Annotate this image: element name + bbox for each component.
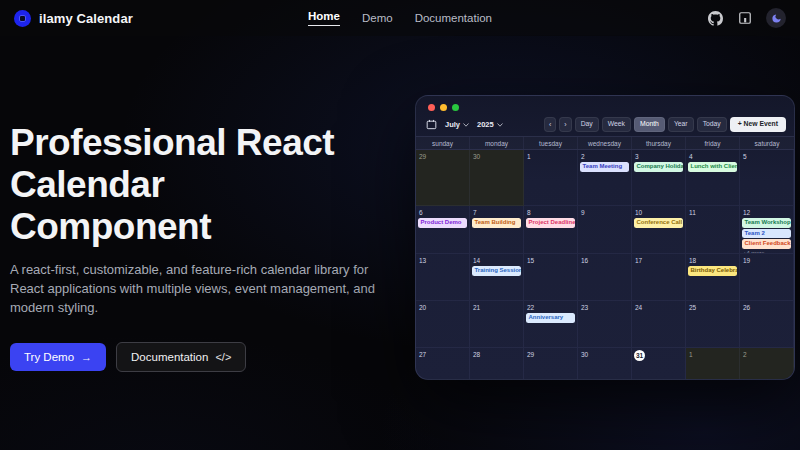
day-number: 27 bbox=[416, 348, 469, 359]
nav-link-demo[interactable]: Demo bbox=[362, 12, 393, 24]
calendar-event[interactable]: Conference Call bbox=[634, 218, 683, 228]
calendar-event[interactable]: Team Building bbox=[472, 218, 521, 228]
calendar-day-cell[interactable]: 27 bbox=[416, 348, 470, 380]
next-button[interactable]: › bbox=[559, 117, 571, 132]
landing-page: ilamy Calendar Home Demo Documentation P… bbox=[0, 0, 800, 450]
weekday-label: wednesday bbox=[578, 137, 632, 149]
close-window-icon[interactable] bbox=[428, 104, 435, 111]
today-button[interactable]: Today bbox=[697, 117, 727, 132]
calendar-day-cell[interactable]: 29 bbox=[524, 348, 578, 380]
calendar-day-cell[interactable]: 2Team Meeting bbox=[578, 150, 632, 206]
calendar-day-cell[interactable]: 30 bbox=[578, 348, 632, 380]
calendar-event[interactable]: Product Demo bbox=[418, 218, 467, 228]
calendar-event[interactable]: Project Deadline bbox=[526, 218, 575, 228]
calendar-day-cell[interactable]: 20 bbox=[416, 301, 470, 348]
calendar-day-cell[interactable]: 8Project Deadline bbox=[524, 206, 578, 254]
day-number: 3 bbox=[632, 150, 685, 161]
calendar-day-cell[interactable]: 1 bbox=[524, 150, 578, 206]
github-icon[interactable] bbox=[706, 9, 724, 27]
maximize-window-icon[interactable] bbox=[452, 104, 459, 111]
calendar-event[interactable]: Company Holiday bbox=[634, 162, 683, 172]
calendar-day-cell[interactable]: 15 bbox=[524, 254, 578, 301]
calendar-day-cell[interactable]: 9 bbox=[578, 206, 632, 254]
view-week-button[interactable]: Week bbox=[602, 117, 631, 132]
calendar-day-cell[interactable]: 1 bbox=[686, 348, 740, 380]
calendar-day-cell[interactable]: 25 bbox=[686, 301, 740, 348]
calendar-day-cell[interactable]: 6Product Demo bbox=[416, 206, 470, 254]
calendar-day-cell[interactable]: 29 bbox=[416, 150, 470, 206]
weekday-label: thursday bbox=[632, 137, 686, 149]
calendar-event[interactable]: Anniversary bbox=[526, 313, 575, 323]
weekday-label: friday bbox=[686, 137, 740, 149]
calendar-day-cell[interactable]: 21 bbox=[470, 301, 524, 348]
hero-subtitle: A react-first, customizable, and feature… bbox=[10, 261, 378, 318]
day-number: 15 bbox=[524, 254, 577, 265]
calendar-day-cell[interactable]: 11 bbox=[686, 206, 740, 254]
calendar-day-cell[interactable]: 7Team Building bbox=[470, 206, 524, 254]
day-number: 1 bbox=[686, 348, 739, 359]
month-select[interactable]: July bbox=[445, 120, 469, 129]
year-select[interactable]: 2025 bbox=[477, 120, 503, 129]
brand-name: ilamy Calendar bbox=[39, 11, 133, 26]
weekday-header: sunday monday tuesday wednesday thursday… bbox=[416, 136, 794, 150]
day-number: 9 bbox=[578, 206, 631, 217]
calendar-day-cell[interactable]: 2 bbox=[740, 348, 794, 380]
window-controls bbox=[416, 96, 794, 113]
brand[interactable]: ilamy Calendar bbox=[14, 10, 308, 27]
view-year-button[interactable]: Year bbox=[668, 117, 694, 132]
day-number: 25 bbox=[686, 301, 739, 312]
weekday-label: sunday bbox=[416, 137, 470, 149]
moon-icon bbox=[771, 13, 782, 24]
calendar-day-cell[interactable]: 17 bbox=[632, 254, 686, 301]
calendar-event[interactable]: Client Feedback Session bbox=[742, 239, 791, 249]
nav-link-documentation[interactable]: Documentation bbox=[415, 12, 492, 24]
try-demo-button[interactable]: Try Demo → bbox=[10, 343, 106, 371]
chevron-down-icon bbox=[463, 123, 469, 127]
calendar-event[interactable]: Team Meeting bbox=[580, 162, 629, 172]
calendar-day-cell[interactable]: 10Conference Call bbox=[632, 206, 686, 254]
day-number: 22 bbox=[524, 301, 577, 312]
new-event-button[interactable]: + New Event bbox=[730, 117, 786, 133]
calendar-grid: 293012Team Meeting3Company Holiday4Lunch… bbox=[416, 150, 794, 380]
npm-icon[interactable] bbox=[736, 9, 754, 27]
arrow-right-icon: → bbox=[81, 351, 92, 363]
minimize-window-icon[interactable] bbox=[440, 104, 447, 111]
view-day-button[interactable]: Day bbox=[575, 117, 599, 132]
day-number: 29 bbox=[524, 348, 577, 359]
view-month-button[interactable]: Month bbox=[634, 117, 665, 132]
calendar-day-cell[interactable]: 12Team WorkshopTeam 2Client Feedback Ses… bbox=[740, 206, 794, 254]
calendar-day-cell[interactable]: 3Company Holiday bbox=[632, 150, 686, 206]
day-number: 20 bbox=[416, 301, 469, 312]
prev-button[interactable]: ‹ bbox=[544, 117, 556, 132]
calendar-event[interactable]: Training Session bbox=[472, 266, 521, 276]
calendar-day-cell[interactable]: 22Anniversary bbox=[524, 301, 578, 348]
calendar-day-cell[interactable]: 23 bbox=[578, 301, 632, 348]
calendar-event[interactable]: Team 2 bbox=[742, 229, 791, 239]
calendar-day-cell[interactable]: 24 bbox=[632, 301, 686, 348]
calendar-icon bbox=[426, 119, 437, 130]
calendar-day-cell[interactable]: 31 bbox=[632, 348, 686, 380]
hero-section: Professional React Calendar Component A … bbox=[10, 122, 405, 372]
calendar-day-cell[interactable]: 13 bbox=[416, 254, 470, 301]
calendar-day-cell[interactable]: 19 bbox=[740, 254, 794, 301]
calendar-day-cell[interactable]: 4Lunch with Client bbox=[686, 150, 740, 206]
day-number: 12 bbox=[740, 206, 793, 217]
calendar-day-cell[interactable]: 26 bbox=[740, 301, 794, 348]
chevron-down-icon bbox=[497, 123, 503, 127]
calendar-day-cell[interactable]: 28 bbox=[470, 348, 524, 380]
theme-toggle[interactable] bbox=[766, 8, 786, 28]
calendar-day-cell[interactable]: 5 bbox=[740, 150, 794, 206]
calendar-day-cell[interactable]: 30 bbox=[470, 150, 524, 206]
day-number: 28 bbox=[470, 348, 523, 359]
calendar-day-cell[interactable]: 16 bbox=[578, 254, 632, 301]
nav-link-home[interactable]: Home bbox=[308, 10, 340, 26]
calendar-event[interactable]: Birthday Celebration bbox=[688, 266, 737, 276]
calendar-day-cell[interactable]: 18Birthday Celebration bbox=[686, 254, 740, 301]
calendar-event[interactable]: Team Workshop bbox=[742, 218, 791, 228]
calendar-event[interactable]: Lunch with Client bbox=[688, 162, 737, 172]
calendar-day-cell[interactable]: 14Training Session bbox=[470, 254, 524, 301]
ilamy-logo-icon bbox=[14, 10, 31, 27]
day-number: 29 bbox=[416, 150, 469, 161]
documentation-button[interactable]: Documentation </> bbox=[116, 342, 246, 372]
day-number: 13 bbox=[416, 254, 469, 265]
